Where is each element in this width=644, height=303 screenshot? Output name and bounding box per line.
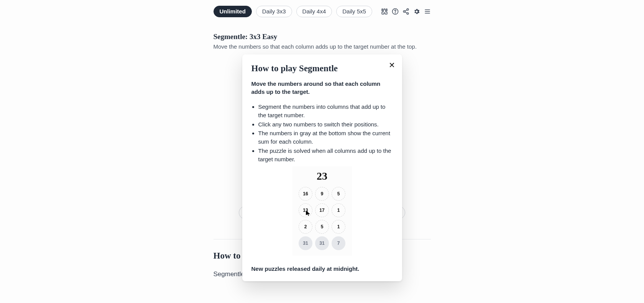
example-cell[interactable]: 9 <box>315 187 329 201</box>
tab-unlimited[interactable]: Unlimited <box>214 6 252 17</box>
example-cell[interactable]: 1 <box>332 220 345 234</box>
gear-icon[interactable] <box>413 8 420 15</box>
share-icon[interactable] <box>402 8 409 15</box>
tab-daily-4x4[interactable]: Daily 4x4 <box>296 6 332 17</box>
modal-bullet: The numbers in gray at the bottom show t… <box>258 129 393 146</box>
page-title: Segmentle: 3x3 Easy <box>214 33 431 41</box>
example-sum: 31 <box>299 236 312 250</box>
menu-icon[interactable] <box>424 8 431 15</box>
modal-title: How to play Segmentle <box>251 64 393 74</box>
modal-lead: Move the numbers around so that each col… <box>251 80 393 96</box>
puzzle-piece-icon[interactable] <box>381 8 388 15</box>
example-cell[interactable]: 1 <box>332 203 345 217</box>
example-cell[interactable]: 5 <box>315 220 329 234</box>
example-cell[interactable]: 5 <box>332 187 345 201</box>
modal-bullet: The puzzle is solved when all columns ad… <box>258 147 393 164</box>
page-subtitle: Move the numbers so that each column add… <box>214 43 431 50</box>
svg-point-1 <box>395 13 395 13</box>
help-icon[interactable] <box>392 8 399 15</box>
how-to-play-modal: ✕ How to play Segmentle Move the numbers… <box>242 54 402 281</box>
modal-bullet: Click any two numbers to switch their po… <box>258 120 393 129</box>
example-sum: 7 <box>332 236 345 250</box>
modal-bullets: Segment the numbers into columns that ad… <box>251 103 393 163</box>
example-board: 23 16 9 5 13 17 1 2 5 1 31 31 7 <box>292 166 352 256</box>
tab-daily-3x3[interactable]: Daily 3x3 <box>256 6 292 17</box>
modal-bullet: Segment the numbers into columns that ad… <box>258 103 393 120</box>
example-cell[interactable]: 16 <box>299 187 312 201</box>
close-icon[interactable]: ✕ <box>389 61 395 69</box>
example-cell[interactable]: 17 <box>315 203 329 217</box>
example-sum: 31 <box>315 236 329 250</box>
example-target: 23 <box>292 170 352 182</box>
mode-tabs: Unlimited Daily 3x3 Daily 4x4 Daily 5x5 <box>214 6 372 17</box>
example-cell[interactable]: 2 <box>299 220 312 234</box>
modal-footer: New puzzles released daily at midnight. <box>251 265 393 272</box>
example-cell[interactable]: 13 <box>299 203 312 217</box>
tab-daily-5x5[interactable]: Daily 5x5 <box>336 6 372 17</box>
